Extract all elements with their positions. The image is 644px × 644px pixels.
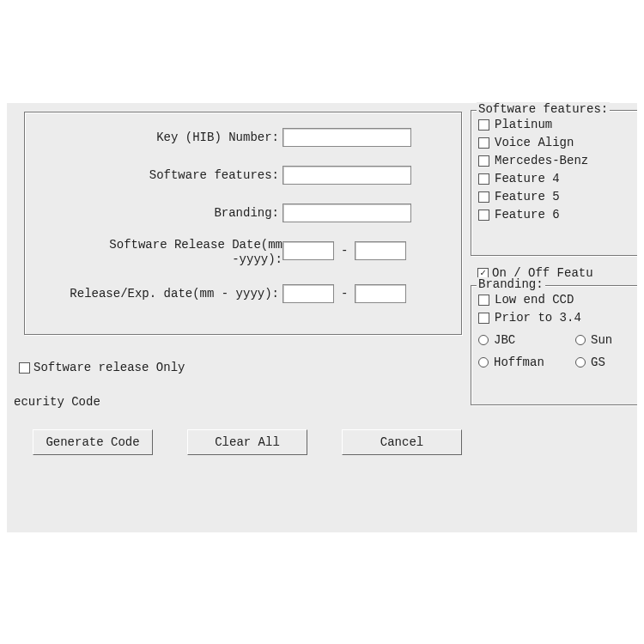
software-features-title: Software features: [477,102,610,116]
form-frame: Key (HIB) Number: Software features: Bra… [24,112,462,335]
radio-icon [575,335,586,345]
software-features-group: Software features: Platinum Voice Align … [471,110,637,256]
generate-code-button[interactable]: Generate Code [33,429,153,455]
feature-mercedes-benz[interactable]: Mercedes-Benz [478,154,637,167]
features-label: Software features: [25,168,283,182]
branding-jbc[interactable]: JBC [478,333,568,347]
exp-date-yyyy[interactable] [355,284,406,303]
key-label: Key (HIB) Number: [25,131,283,144]
checkbox-icon [478,119,489,131]
branding-title: Branding: [477,277,545,291]
checkbox-icon [478,191,489,203]
dash-2: - [334,287,355,301]
checkbox-icon [478,295,489,306]
checkbox-icon [478,173,489,185]
cancel-button[interactable]: Cancel [342,429,462,455]
dash-1: - [334,244,355,258]
checkbox-icon [478,155,489,167]
feature-4[interactable]: Feature 4 [478,172,637,185]
release-date-mm[interactable] [283,241,334,260]
checkbox-icon [478,313,489,324]
feature-5[interactable]: Feature 5 [478,190,637,204]
release-date-label-l2: -yyyy): [25,252,283,267]
branding-prior-to-34[interactable]: Prior to 3.4 [478,311,637,325]
main-panel: Key (HIB) Number: Software features: Bra… [7,103,637,532]
radio-icon [575,357,586,368]
branding-label: Branding: [25,206,283,220]
branding-input[interactable] [283,204,411,222]
software-release-only-label: Software release Only [33,361,185,374]
release-date-label-l1: Software Release Date(mm [25,238,283,252]
radio-icon [478,357,489,368]
checkbox-icon [478,210,489,221]
security-code-label: ecurity Code [14,395,100,409]
radio-icon [478,335,489,345]
branding-group: Branding: Low end CCD Prior to 3.4 JBC S… [471,285,637,405]
exp-date-mm[interactable] [283,284,334,303]
release-date-yyyy[interactable] [355,241,406,260]
features-input[interactable] [283,166,411,185]
feature-voice-align[interactable]: Voice Align [478,136,637,149]
checkbox-icon [478,137,489,149]
branding-gs[interactable]: GS [575,355,605,369]
software-release-only-checkbox[interactable]: Software release Only [19,361,185,374]
checkbox-icon [19,362,30,374]
branding-low-end-ccd[interactable]: Low end CCD [478,293,637,307]
release-date-label: Software Release Date(mm -yyyy): [25,238,283,267]
branding-sun[interactable]: Sun [575,333,612,347]
feature-platinum[interactable]: Platinum [478,118,637,131]
clear-all-button[interactable]: Clear All [187,429,307,455]
branding-hoffman[interactable]: Hoffman [478,355,568,369]
exp-date-label: Release/Exp. date(mm - yyyy): [25,287,283,301]
feature-6[interactable]: Feature 6 [478,208,637,222]
key-input[interactable] [283,128,411,147]
